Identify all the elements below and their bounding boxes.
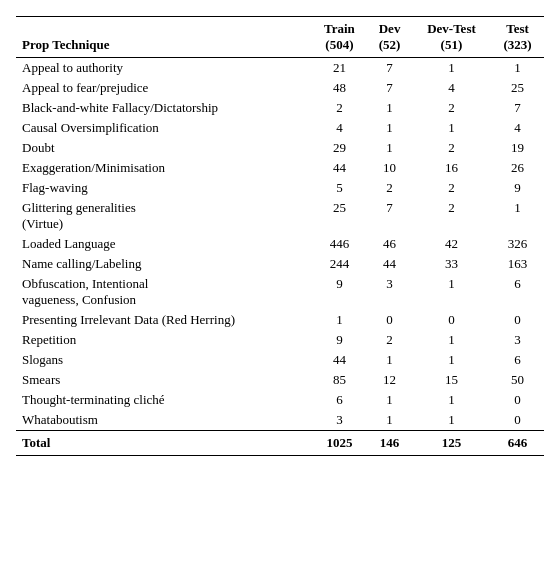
cell-train: 25 (311, 198, 367, 234)
cell-train: 5 (311, 178, 367, 198)
cell-test: 26 (491, 158, 544, 178)
cell-technique: Repetition (16, 330, 311, 350)
cell-devtest: 0 (412, 310, 492, 330)
header-train: Train (504) (311, 17, 367, 58)
table-row: Presenting Irrelevant Data (Red Herring)… (16, 310, 544, 330)
cell-train: 1 (311, 310, 367, 330)
cell-test: 0 (491, 310, 544, 330)
cell-dev: 0 (367, 310, 411, 330)
header-dev: Dev (52) (367, 17, 411, 58)
cell-technique: Doubt (16, 138, 311, 158)
cell-dev: 1 (367, 138, 411, 158)
cell-train: 29 (311, 138, 367, 158)
cell-test: 0 (491, 390, 544, 410)
cell-train: 3 (311, 410, 367, 431)
cell-dev: 46 (367, 234, 411, 254)
table-row: Thought-terminating cliché6110 (16, 390, 544, 410)
cell-devtest: 33 (412, 254, 492, 274)
header-row: Prop Technique Train (504) Dev (52) Dev-… (16, 17, 544, 58)
cell-dev: 1 (367, 118, 411, 138)
cell-train: 6 (311, 390, 367, 410)
cell-devtest: 15 (412, 370, 492, 390)
table-row: Slogans44116 (16, 350, 544, 370)
table-container: Prop Technique Train (504) Dev (52) Dev-… (16, 16, 544, 456)
footer-row: Total 1025 146 125 646 (16, 431, 544, 456)
cell-technique: Causal Oversimplification (16, 118, 311, 138)
cell-dev: 7 (367, 78, 411, 98)
cell-devtest: 1 (412, 350, 492, 370)
cell-devtest: 1 (412, 274, 492, 310)
cell-test: 6 (491, 350, 544, 370)
cell-technique: Black-and-white Fallacy/Dictatorship (16, 98, 311, 118)
cell-test: 7 (491, 98, 544, 118)
footer-test: 646 (491, 431, 544, 456)
table-row: Exaggeration/Minimisation44101626 (16, 158, 544, 178)
cell-test: 0 (491, 410, 544, 431)
table-row: Appeal to authority21711 (16, 58, 544, 79)
footer-label: Total (16, 431, 311, 456)
cell-dev: 2 (367, 178, 411, 198)
cell-devtest: 42 (412, 234, 492, 254)
table-row: Appeal to fear/prejudice487425 (16, 78, 544, 98)
cell-technique: Thought-terminating cliché (16, 390, 311, 410)
cell-devtest: 1 (412, 58, 492, 79)
cell-technique: Appeal to authority (16, 58, 311, 79)
cell-test: 19 (491, 138, 544, 158)
cell-devtest: 1 (412, 330, 492, 350)
cell-train: 44 (311, 350, 367, 370)
cell-dev: 44 (367, 254, 411, 274)
footer-dev: 146 (367, 431, 411, 456)
table-row: Doubt291219 (16, 138, 544, 158)
table-row: Loaded Language4464642326 (16, 234, 544, 254)
cell-test: 1 (491, 58, 544, 79)
cell-dev: 3 (367, 274, 411, 310)
cell-test: 50 (491, 370, 544, 390)
cell-train: 2 (311, 98, 367, 118)
cell-devtest: 16 (412, 158, 492, 178)
cell-technique: Slogans (16, 350, 311, 370)
cell-technique: Whataboutism (16, 410, 311, 431)
cell-devtest: 2 (412, 98, 492, 118)
cell-test: 4 (491, 118, 544, 138)
table-row: Obfuscation, Intentionalvagueness, Confu… (16, 274, 544, 310)
table-row: Flag-waving5229 (16, 178, 544, 198)
cell-devtest: 1 (412, 410, 492, 431)
cell-devtest: 4 (412, 78, 492, 98)
cell-test: 163 (491, 254, 544, 274)
footer-devtest: 125 (412, 431, 492, 456)
cell-technique: Glittering generalities(Virtue) (16, 198, 311, 234)
cell-dev: 1 (367, 390, 411, 410)
table-row: Name calling/Labeling2444433163 (16, 254, 544, 274)
cell-train: 48 (311, 78, 367, 98)
table-row: Smears85121550 (16, 370, 544, 390)
cell-train: 4 (311, 118, 367, 138)
table-row: Whataboutism3110 (16, 410, 544, 431)
cell-dev: 7 (367, 58, 411, 79)
table-row: Black-and-white Fallacy/Dictatorship2127 (16, 98, 544, 118)
cell-train: 244 (311, 254, 367, 274)
cell-dev: 10 (367, 158, 411, 178)
cell-technique: Smears (16, 370, 311, 390)
cell-dev: 2 (367, 330, 411, 350)
cell-test: 1 (491, 198, 544, 234)
header-devtest: Dev-Test (51) (412, 17, 492, 58)
table-row: Causal Oversimplification4114 (16, 118, 544, 138)
cell-train: 9 (311, 274, 367, 310)
table-row: Repetition9213 (16, 330, 544, 350)
cell-technique: Name calling/Labeling (16, 254, 311, 274)
cell-devtest: 1 (412, 118, 492, 138)
cell-train: 9 (311, 330, 367, 350)
table-row: Glittering generalities(Virtue)25721 (16, 198, 544, 234)
cell-train: 446 (311, 234, 367, 254)
cell-technique: Appeal to fear/prejudice (16, 78, 311, 98)
cell-technique: Presenting Irrelevant Data (Red Herring) (16, 310, 311, 330)
cell-technique: Exaggeration/Minimisation (16, 158, 311, 178)
cell-test: 9 (491, 178, 544, 198)
cell-devtest: 2 (412, 178, 492, 198)
cell-devtest: 2 (412, 138, 492, 158)
cell-technique: Flag-waving (16, 178, 311, 198)
cell-dev: 7 (367, 198, 411, 234)
cell-devtest: 1 (412, 390, 492, 410)
cell-dev: 12 (367, 370, 411, 390)
header-technique: Prop Technique (16, 17, 311, 58)
